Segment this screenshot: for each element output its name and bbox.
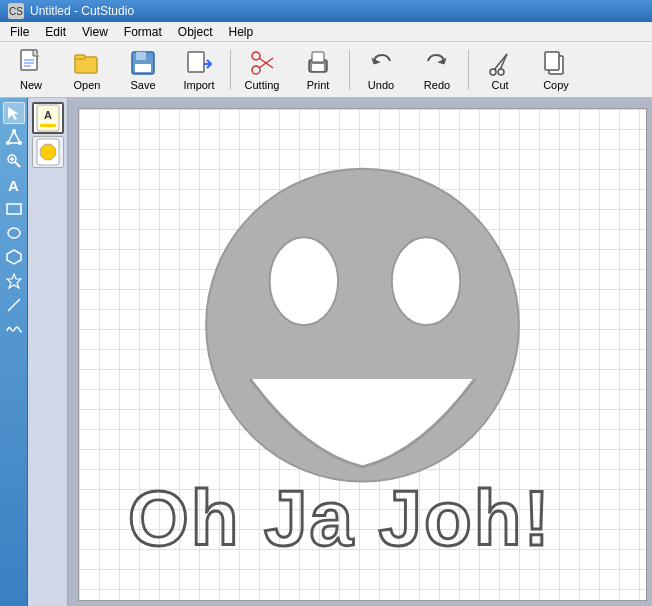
svg-rect-23 bbox=[545, 52, 559, 70]
text-group: Oh Ja Joh! bbox=[128, 474, 552, 562]
svg-text:Oh Ja Joh!: Oh Ja Joh! bbox=[128, 474, 552, 562]
import-button[interactable]: Import bbox=[172, 45, 226, 95]
menu-file[interactable]: File bbox=[2, 23, 37, 41]
menu-bar: File Edit View Format Object Help bbox=[0, 22, 652, 42]
cut-button[interactable]: Cut bbox=[473, 45, 527, 95]
svg-text:A: A bbox=[44, 109, 52, 121]
copy-icon bbox=[542, 49, 570, 77]
rect-tool-button[interactable] bbox=[3, 198, 25, 220]
svg-point-26 bbox=[18, 141, 22, 145]
menu-format[interactable]: Format bbox=[116, 23, 170, 41]
print-icon bbox=[304, 49, 332, 77]
side-panel: A bbox=[28, 98, 68, 606]
svg-rect-38 bbox=[40, 124, 56, 127]
menu-view[interactable]: View bbox=[74, 23, 116, 41]
svg-line-35 bbox=[8, 299, 20, 311]
svg-rect-7 bbox=[136, 52, 146, 60]
svg-rect-5 bbox=[75, 55, 85, 59]
canvas-paper: Oh Ja Joh! bbox=[78, 108, 647, 601]
smiley-group bbox=[206, 169, 519, 482]
redo-icon bbox=[423, 49, 451, 77]
svg-rect-17 bbox=[312, 52, 324, 62]
svg-point-40 bbox=[40, 144, 56, 160]
canvas-svg: Oh Ja Joh! bbox=[79, 109, 646, 600]
menu-help[interactable]: Help bbox=[221, 23, 262, 41]
svg-point-24 bbox=[6, 141, 10, 145]
svg-line-28 bbox=[15, 162, 20, 167]
svg-point-18 bbox=[490, 69, 496, 75]
svg-point-32 bbox=[8, 228, 20, 238]
polygon-tool-button[interactable] bbox=[3, 246, 25, 268]
svg-rect-9 bbox=[188, 52, 204, 72]
undo-button[interactable]: Undo bbox=[354, 45, 408, 95]
menu-edit[interactable]: Edit bbox=[37, 23, 74, 41]
window-title: Untitled - CutStudio bbox=[30, 4, 134, 18]
svg-rect-31 bbox=[7, 204, 21, 214]
line-tool-button[interactable] bbox=[3, 294, 25, 316]
separator-2 bbox=[349, 50, 350, 90]
menu-object[interactable]: Object bbox=[170, 23, 221, 41]
svg-point-42 bbox=[270, 237, 338, 325]
svg-point-11 bbox=[252, 66, 260, 74]
toolbox: A bbox=[0, 98, 28, 606]
svg-rect-16 bbox=[312, 64, 324, 71]
undo-icon bbox=[367, 49, 395, 77]
main-area: A bbox=[0, 98, 652, 606]
separator-3 bbox=[468, 50, 469, 90]
copy-button[interactable]: Copy bbox=[529, 45, 583, 95]
select-tool-button[interactable] bbox=[3, 102, 25, 124]
side-item-text[interactable]: A bbox=[32, 102, 64, 134]
text-tool-button[interactable]: A bbox=[3, 174, 25, 196]
open-button[interactable]: Open bbox=[60, 45, 114, 95]
app-icon: CS bbox=[8, 3, 24, 19]
cutting-button[interactable]: Cutting bbox=[235, 45, 289, 95]
redo-button[interactable]: Redo bbox=[410, 45, 464, 95]
svg-point-25 bbox=[12, 129, 16, 133]
print-button[interactable]: Print bbox=[291, 45, 345, 95]
svg-point-19 bbox=[498, 69, 504, 75]
svg-rect-8 bbox=[135, 64, 151, 72]
svg-point-43 bbox=[392, 237, 460, 325]
import-icon bbox=[185, 49, 213, 77]
canvas-area[interactable]: Oh Ja Joh! bbox=[68, 98, 652, 606]
node-tool-button[interactable] bbox=[3, 126, 25, 148]
wave-tool-button[interactable] bbox=[3, 318, 25, 340]
cutting-icon bbox=[248, 49, 276, 77]
svg-marker-33 bbox=[7, 250, 21, 264]
title-bar: CS Untitled - CutStudio bbox=[0, 0, 652, 22]
toolbar: New Open Save Import bbox=[0, 42, 652, 98]
svg-point-12 bbox=[252, 52, 260, 60]
open-icon bbox=[73, 49, 101, 77]
save-icon bbox=[129, 49, 157, 77]
save-button[interactable]: Save bbox=[116, 45, 170, 95]
svg-marker-34 bbox=[7, 274, 21, 288]
side-item-shape[interactable] bbox=[32, 136, 64, 168]
star-tool-button[interactable] bbox=[3, 270, 25, 292]
new-button[interactable]: New bbox=[4, 45, 58, 95]
cut-icon bbox=[486, 49, 514, 77]
separator-1 bbox=[230, 50, 231, 90]
zoom-tool-button[interactable] bbox=[3, 150, 25, 172]
ellipse-tool-button[interactable] bbox=[3, 222, 25, 244]
new-icon bbox=[17, 49, 45, 77]
